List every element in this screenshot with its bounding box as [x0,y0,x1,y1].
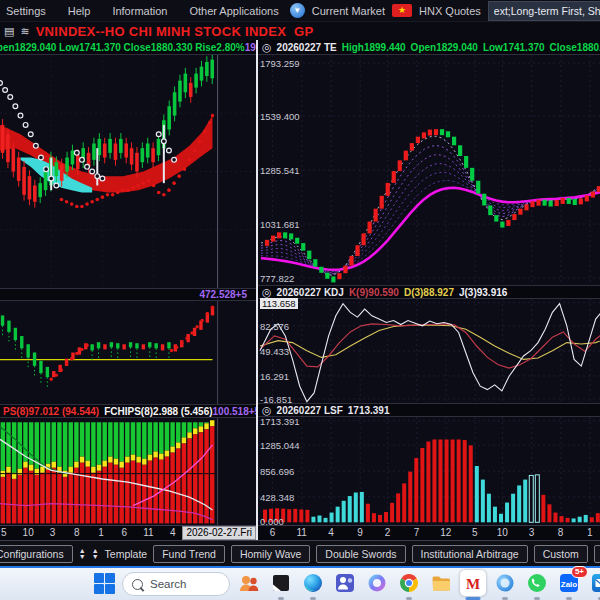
kdj-j-value: J(3)93.916 [459,287,507,298]
search-icon [132,579,143,590]
menu-right: ▾ Current Market ★ HNX Quotes [290,1,600,21]
lsf-value: 1713.391 [348,405,390,416]
mid-indicator-header: 472.528+5 [0,288,256,301]
current-market-icon[interactable]: ▾ [290,3,305,18]
file-explorer-icon[interactable] [428,570,454,596]
menu-items: SettingsHelpInformationOther Application… [0,5,290,17]
te-high: High1899.440 [342,42,406,53]
te-open: Open1829.040 [411,42,478,53]
x-axis-tick: 9 [357,527,363,538]
chrome-icon[interactable] [396,570,422,596]
chart-workspace: Open1829.040 Low1741.370 Close1880.330 R… [0,40,600,540]
x-axis-tick: 1 [98,527,104,538]
people-app-icon[interactable] [236,570,262,596]
kdj-chart[interactable] [258,299,600,403]
template-button-fund-trend[interactable]: Fund Trend [153,545,225,563]
template-button-double-swords[interactable]: Double Swords [316,545,405,563]
svg-text:M: M [466,576,480,592]
te-date-label: 20260227 TE [277,42,337,53]
outlook-icon[interactable] [588,570,600,596]
mid-indicator-chart[interactable] [0,301,256,404]
kdj-header: ◎ 20260227 KDJ K(9)90.590 D(3)88.927 J(3… [258,285,600,299]
x-axis-tick: 5 [472,527,478,538]
x-axis-tick: 11 [297,527,307,538]
left-x-axis: 2026-02-27.Fri 51038161149 [0,525,256,540]
vietnam-flag-icon[interactable]: ★ [392,4,412,17]
chips-chart[interactable] [0,418,256,525]
te-header: ◎ 20260227 TE High1899.440 Open1829.040 … [258,40,600,55]
menu-bar: SettingsHelpInformationOther Application… [0,0,600,22]
x-axis-tick: 12 [440,527,451,538]
taskbar-icons: MZalo5+ [236,572,600,596]
main-kline-chart[interactable] [0,55,256,288]
te-close: Close1880.330 [550,42,600,53]
menu-item-information[interactable]: Information [101,5,178,17]
target-icon[interactable]: ◎ [262,41,272,54]
kdj-k-value: K(9)90.590 [349,287,399,298]
photos-app-icon[interactable] [492,570,518,596]
kdj-date-label: 20260227 KDJ [277,287,344,298]
chips-header: PS(8)97.012 (94.544) FCHIPS(8)2.988 (5.4… [0,404,256,418]
page-title: VNINDEX--HO CHI MINH STOCK INDEX GP [36,24,314,39]
x-axis-tick: 10 [23,527,34,538]
app-window: SettingsHelpInformationOther Application… [0,0,600,600]
te-chart[interactable] [258,55,600,285]
svg-text:Zalo: Zalo [561,580,578,589]
ohlc-text: Open1829.040 Low1741.370 Close1880.330 R… [0,42,245,53]
strategy-search-input[interactable] [488,1,600,21]
x-axis-tick: 10 [497,527,508,538]
window-icon[interactable]: ▤ [4,26,14,37]
x-axis-tick: 8 [558,527,564,538]
edge-browser-icon[interactable] [300,570,326,596]
template-buttons: Fund TrendHomily WaveDouble SwordsInstit… [153,545,600,563]
layers-icon[interactable]: ≋ [20,26,29,37]
lsf-chart-panel: 1713.3911285.044856.696428.3480.000 [258,417,600,525]
menu-item-help[interactable]: Help [57,5,102,17]
ps-value: PS(8)97.012 (94.544) [3,406,99,417]
chips-price: 100.518+5 [213,406,256,417]
x-axis-tick: 8 [74,527,80,538]
x-axis-tick: 1 [587,527,593,538]
kdj-chart-panel: 113.65882.57649.43316.291-16.851 [258,299,600,403]
x-axis-tick: 2 [385,527,391,538]
snipping-tool-icon[interactable] [268,570,294,596]
right-chart-column: ◎ 20260227 TE High1899.440 Open1829.040 … [256,40,600,540]
current-market-label[interactable]: Current Market [312,5,385,17]
te-low: Low1741.370 [483,42,545,53]
target-icon[interactable]: ◎ [262,286,272,299]
whatsapp-icon[interactable] [524,570,550,596]
taskbar-search[interactable]: Search [122,572,230,596]
crosshair-date-label: 2026-02-27.Fri [182,526,256,540]
mid-indicator-price: 472.528+5 [199,289,253,300]
lsf-chart[interactable] [258,417,600,525]
teams-icon[interactable] [332,570,358,596]
lsf-header: ◎ 20260227 LSF 1713.391 [258,403,600,417]
configurations-button[interactable]: Configurations [0,545,73,563]
template-button-homily-wave[interactable]: Homily Wave [231,545,310,563]
x-axis-tick: 5 [1,527,7,538]
target-icon[interactable]: ◎ [262,404,272,417]
left-chart-column: Open1829.040 Low1741.370 Close1880.330 R… [0,40,256,540]
template-toolbar: Configurations ▲▼ ▲▼ Template Fund Trend… [0,540,600,566]
trading-app-icon[interactable]: M [460,570,486,596]
x-axis-tick: 11 [143,527,153,538]
hnx-quotes-label[interactable]: HNX Quotes [419,5,481,17]
title-row: ▤ ≋ VNINDEX--HO CHI MINH STOCK INDEX GP [0,22,600,40]
template-button-institutional-arbitrage[interactable]: Institutional Arbitrage [412,545,528,563]
windows-taskbar: Search MZalo5+ [0,566,600,600]
notification-badge: 5+ [571,566,588,578]
fchips-value: FCHIPS(8)2.988 (5.456) [104,406,212,417]
zalo-icon[interactable]: Zalo5+ [556,570,582,596]
copilot-icon[interactable] [364,570,390,596]
start-button-icon[interactable] [94,573,116,595]
main-indicator-price: 1975.171+5 [245,42,256,53]
menu-item-other-applications[interactable]: Other Applications [178,5,289,17]
x-axis-tick: 3 [50,527,56,538]
spinner-up-down[interactable]: ▲▼ [79,548,86,560]
menu-item-settings[interactable]: Settings [0,5,57,17]
template-button-custom[interactable]: Custom [534,545,588,563]
template-button-default[interactable]: Default [594,545,600,563]
x-axis-tick: 4 [328,527,334,538]
spinner-up-down[interactable]: ▲▼ [92,548,99,560]
template-label: Template [105,548,148,560]
